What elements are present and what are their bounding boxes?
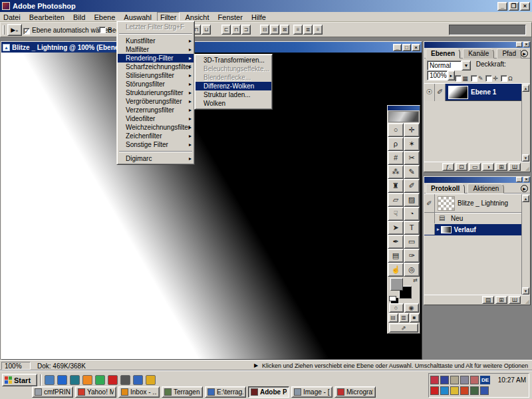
quick-launch-icon[interactable]: [95, 375, 105, 385]
palette-minimize-button[interactable]: _: [516, 177, 522, 182]
toolbox-titlebar[interactable]: [388, 106, 420, 110]
align-button[interactable]: ⊐: [241, 25, 251, 35]
tray-icon[interactable]: [470, 386, 479, 395]
resize-grip-icon[interactable]: ◢: [525, 166, 529, 172]
start-button[interactable]: Start: [2, 374, 37, 386]
lock-checkbox[interactable]: [455, 75, 462, 82]
menu-item[interactable]: Strukturierungsfilter ▸: [118, 88, 194, 97]
visibility-eye-icon[interactable]: ☉: [424, 84, 435, 101]
tray-icon[interactable]: [450, 376, 459, 384]
panel-menu-icon[interactable]: ▶: [521, 50, 528, 57]
lock-checkbox[interactable]: [485, 75, 492, 82]
quick-launch-icon[interactable]: [57, 375, 67, 385]
taskbar-task-button[interactable]: E:\terrag...: [205, 386, 246, 398]
history-slider-icon[interactable]: ▸: [437, 227, 440, 232]
menu-item[interactable]: Letzter Filter Strg+F: [118, 23, 194, 31]
doc-minimize-button[interactable]: _: [393, 44, 402, 51]
quick-launch-icon[interactable]: [70, 375, 80, 385]
options-bar-grip[interactable]: [3, 25, 5, 35]
taskbar-task-button[interactable]: Yahoo! M...: [75, 386, 116, 398]
path-select-tool[interactable]: ➤: [388, 221, 404, 235]
document-size-info[interactable]: Dok: 469K/368K: [37, 362, 86, 370]
menu-item[interactable]: Verzerrungsfilter ▸: [118, 106, 194, 114]
gradient-tool[interactable]: ▨: [404, 193, 420, 207]
opacity-input[interactable]: 100% ▸: [427, 70, 455, 80]
distribute-button[interactable]: ⊞: [270, 25, 279, 35]
standard-screen-button[interactable]: ▤: [388, 313, 398, 323]
menu-item[interactable]: 3D-Transformieren...: [196, 56, 271, 65]
fullscreen-button[interactable]: ■: [410, 313, 420, 323]
scroll-up-icon[interactable]: ▲: [522, 195, 529, 202]
lock-checkbox[interactable]: [471, 75, 477, 82]
taskbar-task-button[interactable]: cmfPRIN...: [32, 386, 73, 398]
menu-item[interactable]: Videofilter ▸: [118, 114, 194, 123]
menu-item[interactable]: [119, 33, 192, 35]
layers-palette-titlebar[interactable]: _ ×: [424, 42, 530, 48]
panel-menu-icon[interactable]: ▶: [521, 185, 528, 192]
distribute-button[interactable]: ⊠: [280, 25, 289, 35]
menubar-item[interactable]: Ebene: [90, 13, 118, 23]
quick-launch-icon[interactable]: [82, 375, 92, 385]
scroll-up-icon[interactable]: ▲: [522, 84, 529, 92]
taskbar-task-button[interactable]: Terragen...: [162, 386, 203, 398]
app-titlebar[interactable]: Adobe Photoshop _ ❐ ×: [0, 0, 532, 12]
slice-tool[interactable]: ✂: [404, 151, 420, 165]
distribute-button[interactable]: ≡: [313, 25, 323, 35]
distribute-button[interactable]: ≣: [303, 25, 313, 35]
taskbar-task-button[interactable]: Micrograf...: [334, 386, 376, 398]
resize-grip-icon[interactable]: ◢: [525, 299, 529, 305]
fullscreen-menubar-button[interactable]: ▥: [399, 313, 409, 323]
history-state-row-selected[interactable]: ▸ Verlauf: [424, 224, 530, 235]
foreground-color-swatch[interactable]: [390, 278, 403, 291]
eraser-tool[interactable]: ▱: [388, 193, 404, 207]
layers-scrollbar[interactable]: ▲ ▼: [521, 84, 530, 162]
panel-tab[interactable]: Kanäle: [463, 49, 494, 59]
move-tool[interactable]: ✛: [404, 123, 420, 137]
quick-launch-icon[interactable]: [108, 375, 118, 385]
menubar-item[interactable]: Fenster: [215, 13, 246, 23]
layer-set-button[interactable]: ▭: [469, 163, 481, 171]
menu-item[interactable]: Vergröberungsfilter ▸: [118, 97, 194, 106]
menu-item[interactable]: Malfilter ▸: [118, 45, 194, 54]
notes-tool[interactable]: ▤: [388, 249, 404, 263]
blend-mode-select[interactable]: Normal ▼: [427, 61, 471, 70]
document-titlebar[interactable]: ▲ Blitze _ Lightning @ 100% (Ebene 1 _ □…: [1, 42, 422, 53]
minimize-button[interactable]: _: [497, 2, 507, 11]
new-snapshot-button[interactable]: ⊞: [495, 296, 507, 304]
menu-item[interactable]: Zeichenfilter ▸: [118, 132, 194, 140]
history-state-row[interactable]: ▤ Neu: [424, 213, 530, 224]
paintbrush-tool[interactable]: ✎: [404, 165, 420, 179]
spin-arrow-icon[interactable]: ▸: [448, 70, 455, 80]
lasso-tool[interactable]: ρ: [388, 137, 404, 151]
tray-icon[interactable]: [440, 376, 449, 384]
panel-tab[interactable]: Pfad: [497, 49, 521, 59]
quick-launch-icon[interactable]: [120, 375, 130, 385]
menubar-item[interactable]: Datei: [0, 13, 24, 23]
menu-item[interactable]: Digimarc ▸: [118, 154, 194, 163]
quick-launch-icon[interactable]: [45, 375, 55, 385]
marquee-tool[interactable]: ○: [388, 123, 404, 137]
panel-tab[interactable]: Protokoll: [426, 184, 465, 194]
source-checkbox[interactable]: [424, 213, 435, 223]
source-checkbox[interactable]: [424, 224, 435, 235]
eyedropper-tool[interactable]: ✑: [404, 249, 420, 263]
layer-row[interactable]: ☉ ✐ Ebene 1: [424, 84, 530, 101]
tray-icon[interactable]: [460, 386, 469, 395]
lock-checkbox[interactable]: [501, 75, 507, 82]
restore-button[interactable]: ❐: [509, 2, 519, 11]
tray-icon[interactable]: [430, 376, 439, 384]
quick-launch-icon[interactable]: [146, 375, 156, 385]
menu-item[interactable]: Wolken: [196, 99, 271, 108]
layer-style-button[interactable]: ƒ.: [442, 163, 454, 171]
type-tool[interactable]: T: [404, 221, 420, 235]
dropdown-arrow-icon[interactable]: ▼: [462, 61, 471, 70]
history-brush-tool[interactable]: ✐: [404, 179, 420, 193]
standard-mode-button[interactable]: ○: [389, 303, 404, 313]
doc-maximize-button[interactable]: □: [402, 44, 411, 51]
distribute-button[interactable]: ⊟: [260, 25, 269, 35]
layer-mask-button[interactable]: ⊡: [456, 163, 467, 171]
menu-item[interactable]: Beleuchtungseffekte...: [196, 65, 271, 73]
taskbar-task-button[interactable]: Inbox - ...: [118, 386, 160, 398]
align-button[interactable]: ⊏: [221, 25, 231, 35]
menu-item[interactable]: Rendering-Filter ▸: [118, 54, 194, 63]
